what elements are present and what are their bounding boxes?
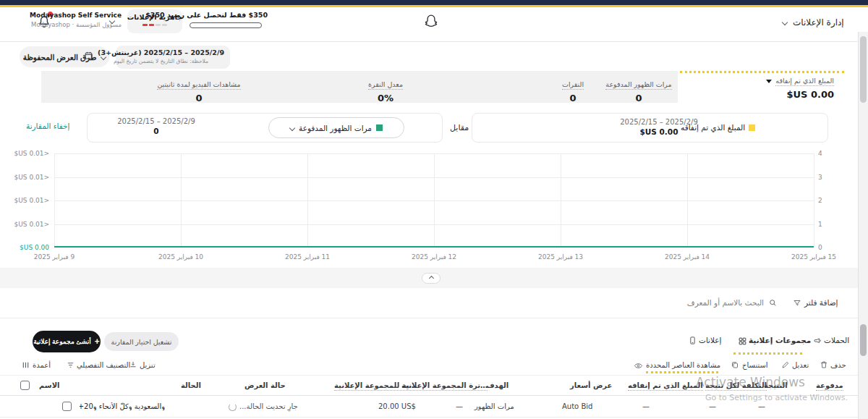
column-header[interactable]: حالة العرض (244, 381, 286, 389)
metric-b-swatch (749, 124, 755, 131)
column-header[interactable]: عرض أسعار (570, 381, 612, 389)
chart-gridline-vertical (307, 153, 308, 247)
chart-x-axis-label: 13 فبراير 2025 (517, 253, 604, 261)
comparison-a-label: مرات الظهور المدفوعة (299, 124, 372, 132)
metric-click-rate[interactable]: معدل النقرة 0% (342, 76, 429, 103)
chart-gridline-vertical (687, 153, 688, 247)
chart-right-axis-label: 0 (818, 244, 822, 251)
selected-metric-card[interactable]: المبلغ الذي تم إنفاقه $US 0.00 (680, 71, 844, 103)
filter-row: إضافة فلتر البحث بالاسم أو المعرف (0, 288, 858, 318)
versus-label: مقابل (450, 123, 469, 132)
activate-windows-watermark-sub: Go to Settings to activate Windows. (705, 393, 848, 402)
hide-comparison-link[interactable]: إخفاء المقارنة (26, 122, 70, 130)
credit-offer-text: $350 فقط لتحصل على رصيد 350$ (184, 11, 268, 19)
metric-clicks[interactable]: النقرات 0 (537, 76, 609, 103)
metric-a-swatch (376, 124, 383, 131)
columns-button[interactable]: أعمدة (33, 361, 51, 369)
tab-campaigns[interactable]: الحملات (824, 336, 849, 344)
date-range-picker[interactable]: 2025/2/9 – 2025/2/15 (غرينتش+3) ملاحظة: … (116, 46, 230, 69)
column-header[interactable]: مدفوعة (816, 381, 843, 391)
column-header[interactable]: المبلغ الذي تم إنفاقه (628, 381, 703, 391)
browser-top-strip (0, 0, 868, 5)
chart-x-axis-label: 12 فبراير 2025 (391, 253, 477, 261)
search-input[interactable]: البحث بالاسم أو المعرف (686, 298, 764, 307)
edit-button[interactable]: تعديل (792, 361, 809, 369)
selected-metric-value: $US 0.00 (766, 89, 834, 100)
column-header[interactable]: الحالة (181, 381, 201, 389)
tab-ad-groups[interactable]: مجموعات إعلانية (749, 336, 811, 344)
row-result: — (758, 402, 765, 410)
row-amount-spent: — (642, 402, 650, 410)
column-header[interactable]: …ترة المجموعة الإعلانية (401, 381, 488, 391)
download-button[interactable]: تنزيل (140, 361, 156, 369)
select-all-checkbox[interactable] (20, 381, 30, 390)
metric-value: 0% (342, 93, 429, 103)
page-scrollbar[interactable] (858, 32, 868, 419)
row-name-link[interactable]: والسعودية وكلّ الأنحاء و20+ (80, 402, 165, 410)
chart-right-axis-label: 3 (818, 174, 822, 181)
metric-label: النقرات (562, 80, 584, 90)
duplicate-button[interactable]: استنساخ (742, 361, 768, 369)
add-filter-button[interactable]: إضافة فلتر (804, 298, 838, 307)
view-selected-button[interactable]: مشاهدة العناصر المحددة (646, 361, 720, 369)
credit-progress-bar (190, 22, 262, 28)
comparison-metric-select[interactable]: مرات الظهور المدفوعة (268, 117, 404, 138)
ads-phone-icon[interactable] (688, 336, 697, 345)
download-icon[interactable] (129, 360, 137, 369)
breakdown-button[interactable]: التصنيف التفصيلي (77, 361, 130, 369)
filter-funnel-icon[interactable] (793, 299, 801, 308)
chart-series-zero-line (54, 246, 814, 247)
saved-views-button[interactable]: طرق العرض المحفوظة (20, 46, 109, 67)
metric-value: 0 (112, 93, 286, 103)
row-checkbox[interactable] (62, 402, 72, 411)
search-icon[interactable] (768, 298, 778, 308)
chart-gridline-vertical (54, 153, 55, 247)
metric-value: 0 (537, 93, 609, 103)
edit-pencil-icon[interactable] (781, 360, 790, 369)
comparison-a-range: 2025/2/15 – 2025/2/9 (102, 117, 210, 125)
duplicate-icon[interactable] (731, 360, 739, 369)
campaigns-megaphone-icon[interactable] (813, 337, 822, 346)
row-cost-per-result: — (709, 402, 716, 410)
metrics-strip: مرات الظهور المدفوعة 0 النقرات 0 معدل ال… (41, 71, 678, 103)
nav-title[interactable]: إدارة الإعلانات (793, 17, 844, 27)
delete-button[interactable]: حذف (830, 361, 846, 369)
breakdown-funnel-icon[interactable] (67, 361, 75, 369)
chart-right-axis-label: 2 (818, 197, 822, 204)
comparison-mode-button[interactable]: تشغيل اختيار المقارنة (104, 332, 179, 351)
calendar-icon (84, 51, 93, 60)
active-tab-underline (733, 352, 802, 355)
chart-x-axis-label: 15 فبراير 2025 (770, 253, 857, 261)
chart-y-axis-label: $US 0.01> (0, 174, 49, 181)
chart-y-axis-label: $US 0.01> (0, 197, 49, 204)
create-ad-group-button[interactable]: + أنشئ مجموعة إعلانية (33, 331, 101, 352)
ad-list-panel: إضافة فلتر البحث بالاسم أو المعرف الحملا… (0, 288, 868, 419)
chart-collapse-button[interactable] (422, 273, 441, 284)
chevron-up-icon (428, 276, 433, 281)
metric-label: معدل النقرة (368, 80, 403, 90)
row-delivery-status: جارِ تحديث الحالة... (239, 402, 298, 410)
column-header[interactable]: الاسم (39, 381, 60, 389)
column-header[interactable]: الهدف (486, 381, 509, 389)
row-bid: Auto Bid (562, 402, 592, 410)
nav-chevron-down-icon[interactable] (782, 20, 788, 25)
row-schedule: — (456, 402, 463, 410)
scrollbar-thumb-lower[interactable] (860, 324, 867, 356)
metric-dropdown-triangle-icon (766, 80, 772, 83)
tab-ads[interactable]: إعلانات (699, 336, 721, 344)
scrollbar-thumb[interactable] (860, 36, 867, 103)
eye-icon[interactable] (634, 361, 643, 371)
ads-manager-page: { "top": { "nav_title": "إدارة الإعلانات… (0, 0, 868, 419)
delete-trash-icon[interactable] (820, 360, 828, 369)
columns-icon[interactable] (22, 361, 30, 369)
metric-label: مشاهدات الفيديو لمدة ثانيتين (157, 80, 240, 90)
metric-video-views[interactable]: مشاهدات الفيديو لمدة ثانيتين 0 (112, 76, 286, 103)
chart-gridline-horizontal (54, 247, 814, 248)
create-ad-group-label: أنشئ مجموعة إعلانية (33, 338, 91, 345)
comparison-a-value: 0 (102, 127, 210, 135)
ad-groups-grid-icon[interactable] (738, 337, 747, 346)
chart-y-axis-label: $US 0.01> (0, 221, 49, 228)
chart-x-axis-label: 14 فبراير 2025 (644, 253, 731, 261)
header-bar: Modayashop Self Service مسؤول المؤسسة · … (0, 7, 868, 42)
plus-icon: + (95, 337, 100, 347)
